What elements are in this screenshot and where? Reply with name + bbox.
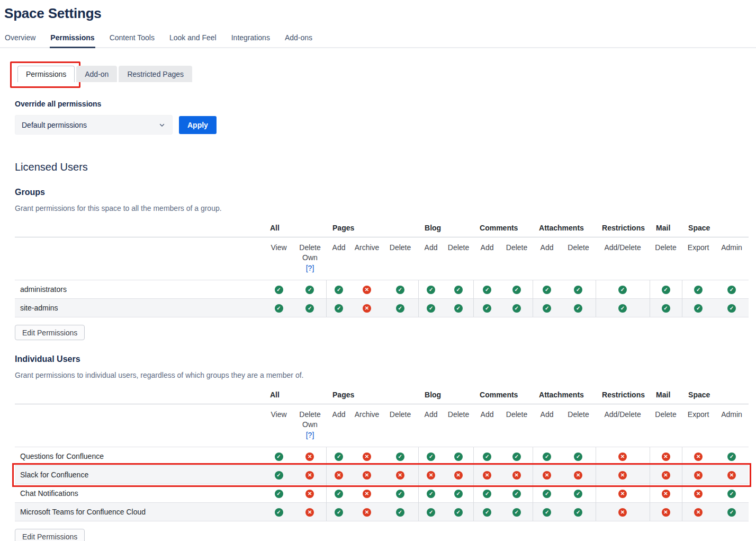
permission-cell: ✓ [501,503,533,521]
granted-check-icon: ✓ [454,304,463,313]
permission-cell: ✕ [561,466,596,484]
column-header-delete-8: Delete [501,404,533,447]
permission-cell: ✕ [596,484,650,503]
permission-cell: ✓ [715,503,749,521]
column-group-comments: Comments [473,387,533,404]
apply-button[interactable]: Apply [179,116,217,134]
permission-cell: ✓ [715,447,749,466]
table-row-questions-for-confluence: Questions for Confluence✓✕✓✕✓✓✓✓✓✓✓✕✕✕✓ [15,447,749,466]
page-title: Space Settings [4,5,756,22]
permission-cell: ✓ [326,280,352,299]
granted-check-icon: ✓ [727,508,736,517]
nav-item-integrations[interactable]: Integrations [231,32,271,47]
column-header-row: ViewDelete Own[?]AddArchiveDeleteAddDele… [15,237,749,280]
column-group-all: All [264,220,326,237]
denied-cross-icon: ✕ [694,453,703,461]
column-header-add-7: Add [473,404,501,447]
permission-cell: ✓ [533,447,561,466]
granted-check-icon: ✓ [543,304,551,313]
column-header-add-2: Add [326,237,352,280]
permission-cell: ✕ [473,466,501,484]
granted-check-icon: ✓ [427,304,435,313]
granted-check-icon: ✓ [483,490,491,498]
nav-item-permissions[interactable]: Permissions [50,32,95,48]
permission-cell: ✓ [473,484,501,503]
permission-cell: ✓ [561,280,596,299]
name-column-header [15,387,264,404]
denied-cross-icon: ✕ [363,453,371,461]
permission-cell: ✓ [264,484,294,503]
delete-own-help-link[interactable]: [?] [295,263,325,273]
permission-cell: ✕ [596,447,650,466]
row-name: site-admins [15,299,264,317]
permission-cell: ✕ [352,447,382,466]
permission-cell: ✓ [501,484,533,503]
individual-edit-permissions-button[interactable]: Edit Permissions [15,529,85,541]
row-name: administrators [15,280,264,299]
denied-cross-icon: ✕ [396,471,404,480]
permission-cell: ✓ [444,299,473,317]
denied-cross-icon: ✕ [363,286,371,294]
permission-cell: ✕ [326,466,352,484]
granted-check-icon: ✓ [662,286,670,294]
permission-cell: ✓ [682,280,715,299]
granted-check-icon: ✓ [512,508,521,517]
nav-item-content-tools[interactable]: Content Tools [109,32,155,47]
permission-cell: ✓ [561,299,596,317]
denied-cross-icon: ✕ [363,508,371,517]
nav-item-look-and-feel[interactable]: Look and Feel [169,32,217,47]
nav-item-add-ons[interactable]: Add-ons [284,32,313,47]
granted-check-icon: ✓ [512,453,521,461]
nav-item-overview[interactable]: Overview [4,32,36,47]
column-header-delete-4: Delete [382,404,418,447]
granted-check-icon: ✓ [454,453,463,461]
column-group-space: Space [682,387,749,404]
column-header-delete-12: Delete [650,237,682,280]
granted-check-icon: ✓ [727,490,736,498]
permission-cell: ✕ [715,466,749,484]
permission-cell: ✓ [501,299,533,317]
granted-check-icon: ✓ [275,453,283,461]
groups-edit-permissions-button[interactable]: Edit Permissions [15,325,85,340]
denied-cross-icon: ✕ [662,490,670,498]
column-header-view-0: View [264,237,294,280]
granted-check-icon: ✓ [618,286,627,294]
granted-check-icon: ✓ [396,304,404,313]
column-group-comments: Comments [473,220,533,237]
permission-cell: ✓ [418,280,444,299]
granted-check-icon: ✓ [574,508,582,517]
permissions-dropdown[interactable]: Default permissions [15,115,173,135]
groups-heading: Groups [15,188,749,197]
permission-cell: ✓ [596,299,650,317]
tab-permissions[interactable]: Permissions [17,66,75,82]
granted-check-icon: ✓ [275,471,283,480]
denied-cross-icon: ✕ [427,471,435,480]
column-header-add-9: Add [533,404,561,447]
column-header-delete-8: Delete [501,237,533,280]
granted-check-icon: ✓ [454,508,463,517]
permission-cell: ✕ [444,466,473,484]
column-header-add-7: Add [473,237,501,280]
granted-check-icon: ✓ [543,490,551,498]
granted-check-icon: ✓ [574,490,582,498]
tab-add-on[interactable]: Add-on [76,66,117,82]
granted-check-icon: ✓ [483,508,491,517]
permission-cell: ✓ [501,280,533,299]
tab-restricted-pages[interactable]: Restricted Pages [119,66,192,82]
denied-cross-icon: ✕ [662,471,670,480]
row-name: Questions for Confluence [15,447,264,466]
denied-cross-icon: ✕ [305,508,314,517]
denied-cross-icon: ✕ [662,453,670,461]
denied-cross-icon: ✕ [363,304,371,313]
permission-cell: ✕ [352,299,382,317]
permission-cell: ✓ [596,280,650,299]
permission-cell: ✓ [715,280,749,299]
override-controls: Default permissions Apply [15,115,749,135]
delete-own-help-link[interactable]: [?] [295,430,325,440]
permission-cell: ✓ [382,299,418,317]
table-row-chat-notifications: Chat Notifications✓✕✓✕✓✓✓✓✓✓✓✕✕✕✓ [15,484,749,503]
individual-users-heading: Individual Users [15,354,749,364]
permission-cell: ✕ [682,447,715,466]
granted-check-icon: ✓ [427,490,435,498]
granted-check-icon: ✓ [335,490,343,498]
